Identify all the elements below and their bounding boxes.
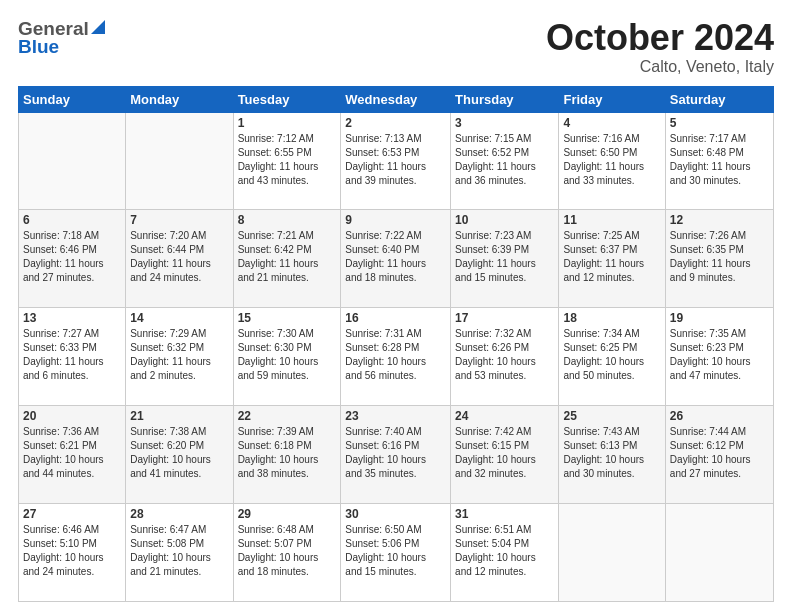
day-info: Sunrise: 7:18 AMSunset: 6:46 PMDaylight:… [23, 229, 121, 285]
day-detail: and 2 minutes. [130, 369, 228, 383]
day-detail: Daylight: 10 hours [455, 453, 554, 467]
day-cell: 17Sunrise: 7:32 AMSunset: 6:26 PMDayligh… [451, 308, 559, 406]
day-number: 4 [563, 116, 660, 130]
day-detail: Sunset: 6:21 PM [23, 439, 121, 453]
day-info: Sunrise: 7:25 AMSunset: 6:37 PMDaylight:… [563, 229, 660, 285]
day-detail: Daylight: 10 hours [130, 551, 228, 565]
day-detail: Sunset: 6:42 PM [238, 243, 337, 257]
day-detail: Sunset: 6:55 PM [238, 146, 337, 160]
day-info: Sunrise: 6:48 AMSunset: 5:07 PMDaylight:… [238, 523, 337, 579]
day-number: 21 [130, 409, 228, 423]
day-cell: 14Sunrise: 7:29 AMSunset: 6:32 PMDayligh… [126, 308, 233, 406]
day-detail: Sunrise: 7:16 AM [563, 132, 660, 146]
day-detail: Sunrise: 6:51 AM [455, 523, 554, 537]
day-detail: Sunrise: 7:29 AM [130, 327, 228, 341]
day-detail: and 30 minutes. [563, 467, 660, 481]
day-info: Sunrise: 7:22 AMSunset: 6:40 PMDaylight:… [345, 229, 446, 285]
day-cell: 16Sunrise: 7:31 AMSunset: 6:28 PMDayligh… [341, 308, 451, 406]
day-cell: 11Sunrise: 7:25 AMSunset: 6:37 PMDayligh… [559, 210, 665, 308]
calendar-table: Sunday Monday Tuesday Wednesday Thursday… [18, 86, 774, 602]
day-info: Sunrise: 7:34 AMSunset: 6:25 PMDaylight:… [563, 327, 660, 383]
day-detail: Sunset: 6:33 PM [23, 341, 121, 355]
day-detail: and 50 minutes. [563, 369, 660, 383]
day-detail: and 21 minutes. [130, 565, 228, 579]
day-info: Sunrise: 7:26 AMSunset: 6:35 PMDaylight:… [670, 229, 769, 285]
day-number: 2 [345, 116, 446, 130]
col-wednesday: Wednesday [341, 86, 451, 112]
day-number: 9 [345, 213, 446, 227]
day-detail: Daylight: 10 hours [563, 355, 660, 369]
day-detail: and 39 minutes. [345, 174, 446, 188]
day-detail: and 27 minutes. [670, 467, 769, 481]
page: General Blue October 2024 Calto, Veneto,… [0, 0, 792, 612]
day-detail: Daylight: 11 hours [23, 355, 121, 369]
day-cell: 5Sunrise: 7:17 AMSunset: 6:48 PMDaylight… [665, 112, 773, 210]
day-detail: and 21 minutes. [238, 271, 337, 285]
week-row-4: 20Sunrise: 7:36 AMSunset: 6:21 PMDayligh… [19, 406, 774, 504]
day-cell: 1Sunrise: 7:12 AMSunset: 6:55 PMDaylight… [233, 112, 341, 210]
day-detail: Sunrise: 7:22 AM [345, 229, 446, 243]
day-info: Sunrise: 7:17 AMSunset: 6:48 PMDaylight:… [670, 132, 769, 188]
day-detail: and 27 minutes. [23, 271, 121, 285]
day-number: 27 [23, 507, 121, 521]
day-info: Sunrise: 7:12 AMSunset: 6:55 PMDaylight:… [238, 132, 337, 188]
day-cell: 9Sunrise: 7:22 AMSunset: 6:40 PMDaylight… [341, 210, 451, 308]
day-detail: Daylight: 11 hours [238, 257, 337, 271]
day-number: 5 [670, 116, 769, 130]
day-info: Sunrise: 7:23 AMSunset: 6:39 PMDaylight:… [455, 229, 554, 285]
day-cell: 6Sunrise: 7:18 AMSunset: 6:46 PMDaylight… [19, 210, 126, 308]
day-cell: 13Sunrise: 7:27 AMSunset: 6:33 PMDayligh… [19, 308, 126, 406]
day-detail: Sunrise: 7:23 AM [455, 229, 554, 243]
day-number: 31 [455, 507, 554, 521]
day-number: 8 [238, 213, 337, 227]
day-detail: Daylight: 10 hours [345, 355, 446, 369]
day-number: 15 [238, 311, 337, 325]
day-number: 24 [455, 409, 554, 423]
day-detail: Sunset: 6:25 PM [563, 341, 660, 355]
day-detail: Sunrise: 7:35 AM [670, 327, 769, 341]
day-detail: Sunrise: 7:39 AM [238, 425, 337, 439]
day-info: Sunrise: 7:35 AMSunset: 6:23 PMDaylight:… [670, 327, 769, 383]
day-cell: 20Sunrise: 7:36 AMSunset: 6:21 PMDayligh… [19, 406, 126, 504]
day-detail: and 59 minutes. [238, 369, 337, 383]
day-detail: and 15 minutes. [345, 565, 446, 579]
day-detail: Sunset: 6:32 PM [130, 341, 228, 355]
day-detail: Sunrise: 7:15 AM [455, 132, 554, 146]
col-saturday: Saturday [665, 86, 773, 112]
day-number: 10 [455, 213, 554, 227]
day-info: Sunrise: 7:40 AMSunset: 6:16 PMDaylight:… [345, 425, 446, 481]
day-cell: 21Sunrise: 7:38 AMSunset: 6:20 PMDayligh… [126, 406, 233, 504]
week-row-1: 1Sunrise: 7:12 AMSunset: 6:55 PMDaylight… [19, 112, 774, 210]
day-detail: Daylight: 10 hours [23, 551, 121, 565]
day-cell: 26Sunrise: 7:44 AMSunset: 6:12 PMDayligh… [665, 406, 773, 504]
day-detail: Sunset: 6:46 PM [23, 243, 121, 257]
day-detail: Sunrise: 7:43 AM [563, 425, 660, 439]
day-detail: Sunset: 6:12 PM [670, 439, 769, 453]
day-detail: and 32 minutes. [455, 467, 554, 481]
day-info: Sunrise: 7:30 AMSunset: 6:30 PMDaylight:… [238, 327, 337, 383]
day-detail: Daylight: 11 hours [455, 160, 554, 174]
day-detail: Daylight: 11 hours [23, 257, 121, 271]
day-detail: and 9 minutes. [670, 271, 769, 285]
day-info: Sunrise: 7:44 AMSunset: 6:12 PMDaylight:… [670, 425, 769, 481]
day-number: 18 [563, 311, 660, 325]
logo-blue: Blue [18, 36, 59, 58]
day-detail: Daylight: 10 hours [238, 453, 337, 467]
day-detail: Sunrise: 6:46 AM [23, 523, 121, 537]
day-detail: and 12 minutes. [455, 565, 554, 579]
day-info: Sunrise: 7:43 AMSunset: 6:13 PMDaylight:… [563, 425, 660, 481]
day-detail: and 24 minutes. [23, 565, 121, 579]
day-number: 26 [670, 409, 769, 423]
day-cell: 29Sunrise: 6:48 AMSunset: 5:07 PMDayligh… [233, 504, 341, 602]
day-detail: and 18 minutes. [238, 565, 337, 579]
day-detail: Sunset: 5:10 PM [23, 537, 121, 551]
day-detail: Sunset: 6:53 PM [345, 146, 446, 160]
day-detail: Sunrise: 7:31 AM [345, 327, 446, 341]
day-detail: Sunset: 6:44 PM [130, 243, 228, 257]
day-cell: 12Sunrise: 7:26 AMSunset: 6:35 PMDayligh… [665, 210, 773, 308]
week-row-2: 6Sunrise: 7:18 AMSunset: 6:46 PMDaylight… [19, 210, 774, 308]
day-detail: Sunrise: 7:18 AM [23, 229, 121, 243]
day-detail: Daylight: 10 hours [345, 551, 446, 565]
day-detail: Sunrise: 7:26 AM [670, 229, 769, 243]
day-detail: Daylight: 11 hours [345, 160, 446, 174]
